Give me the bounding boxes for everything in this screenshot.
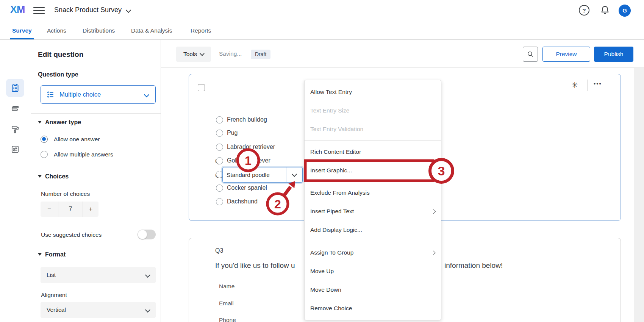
choice-row[interactable]: Labrador retriever [216,140,275,154]
choice-row[interactable]: Pug [216,126,238,140]
clipboard-list-icon [10,83,20,93]
draft-badge: Draft [251,50,270,59]
tab-data-analysis[interactable]: Data & Analysis [131,22,172,39]
menu-item-exclude-from-analysis[interactable]: Exclude From Analysis [305,183,441,202]
form-field-label: Name [219,283,234,290]
menu-item-rich-content-editor[interactable]: Rich Content Editor [305,142,441,161]
radio-unselected-icon [216,157,223,164]
saving-status: Saving... [219,50,242,57]
publish-button[interactable]: Publish [594,47,633,62]
choice-text-input[interactable] [223,167,286,182]
paint-roller-icon [10,124,20,134]
quantity-stepper: − 7 + [41,202,98,217]
search-button[interactable] [523,47,538,62]
tools-button[interactable]: Tools [176,47,211,62]
chevron-down-icon [145,307,150,313]
question-checkbox[interactable] [198,84,205,91]
divider [31,167,161,167]
sidebar-item-look-and-feel[interactable] [6,120,24,138]
collapse-triangle-icon [38,121,42,123]
toggle-knob [138,230,147,239]
question-type-value: Multiple choice [59,91,101,98]
radio-unselected-icon [216,198,223,205]
radio-unselected-icon [216,130,223,137]
menu-item-insert-piped-text[interactable]: Insert Piped Text [305,202,441,220]
alignment-label: Alignment [41,292,67,299]
chevron-right-icon [431,250,436,255]
choice-row[interactable]: Golden retriever [216,154,270,167]
menu-item-allow-text-entry[interactable]: Allow Text Entry [305,83,441,101]
tab-actions[interactable]: Actions [47,22,66,39]
stepper-plus-button[interactable]: + [83,202,98,217]
question-text-left[interactable]: If you'd like us to follow u [215,261,295,270]
tab-reports[interactable]: Reports [191,22,211,39]
chevron-right-icon [431,209,436,214]
menu-item-remove-choice[interactable]: Remove Choice [305,299,441,317]
edit-question-panel: Edit question Question type Multiple cho… [31,40,161,322]
help-icon[interactable]: ? [579,5,589,16]
menu-item-insert-graphic[interactable]: Insert Graphic... [305,161,441,180]
tab-survey[interactable]: Survey [12,22,32,39]
ellipsis-menu-icon[interactable]: ••• [594,80,602,87]
stepper-minus-button[interactable]: − [41,202,58,217]
chevron-down-icon [292,171,297,177]
choice-row[interactable]: Dachshund [216,195,258,208]
radio-unselected-icon [41,151,48,158]
scrollbar[interactable] [634,68,644,322]
question-id: Q3 [215,247,223,254]
collapse-triangle-icon [38,253,42,256]
chevron-down-icon[interactable] [126,8,131,13]
sidebar-item-survey-builder[interactable] [6,79,24,97]
question-text-right: information below! [444,261,503,270]
question-type-select[interactable]: Multiple choice [41,85,156,104]
choice-row[interactable]: French bulldog [216,113,267,127]
collapse-triangle-icon [38,175,42,178]
divider [305,241,441,241]
number-of-choices-label: Number of choices [41,191,90,197]
multiple-choice-icon [46,90,55,99]
divider [31,113,161,114]
menu-item-move-up[interactable]: Move Up [305,262,441,280]
format-select[interactable]: List [41,267,156,283]
menu-item-move-down[interactable]: Move Down [305,280,441,299]
hamburger-icon[interactable] [33,7,45,14]
divider [587,80,588,91]
choice-dropdown-button[interactable] [286,167,302,182]
survey-title[interactable]: Snack Product Survey [54,6,122,14]
avatar[interactable]: G [619,5,631,17]
star-icon[interactable]: ✳ [570,80,580,90]
chevron-down-icon [200,51,205,56]
editor-toolbar: Tools Saving... Draft Preview Publish [161,40,644,68]
xm-logo: XM [10,4,25,16]
panel-title: Edit question [38,50,83,59]
choice-row[interactable]: Cocker spaniel [216,181,267,195]
menu-item-text-entry-validation: Text Entry Validation [305,120,441,138]
radio-allow-one-answer[interactable]: Allow one answer [41,136,100,143]
sidebar-item-survey-flow[interactable] [6,100,24,118]
radio-unselected-icon [216,184,223,192]
choice-edit-box [222,167,303,183]
question-type-label: Question type [38,71,78,78]
preview-button[interactable]: Preview [542,47,590,62]
stepper-value: 7 [58,202,83,217]
menu-item-assign-to-group[interactable]: Assign To Group [305,243,441,262]
radio-allow-multiple-answers[interactable]: Allow multiple answers [41,151,113,158]
format-header[interactable]: Format [38,251,66,258]
form-field-label: Phone [219,317,236,322]
sidebar-item-survey-options[interactable] [6,140,24,158]
choice-context-menu: Allow Text Entry Text Entry Size Text En… [304,80,441,320]
divider [305,140,441,141]
main-nav-tabs: Survey Actions Distributions Data & Anal… [0,22,644,40]
use-suggested-choices-label: Use suggested choices [41,231,102,238]
search-icon [527,50,534,58]
suggested-choices-toggle[interactable] [138,230,156,239]
bell-icon[interactable] [600,5,610,16]
menu-item-add-display-logic[interactable]: Add Display Logic... [305,220,441,239]
alignment-select[interactable]: Vertical [41,302,156,318]
qualtrics-survey-editor: XM Snack Product Survey ? G Survey Actio… [0,0,644,322]
tab-distributions[interactable]: Distributions [83,22,115,39]
answer-type-header[interactable]: Answer type [38,119,81,126]
form-field-label: Email [219,300,234,307]
top-header: XM Snack Product Survey ? G [0,0,644,22]
choices-header[interactable]: Choices [38,173,69,180]
